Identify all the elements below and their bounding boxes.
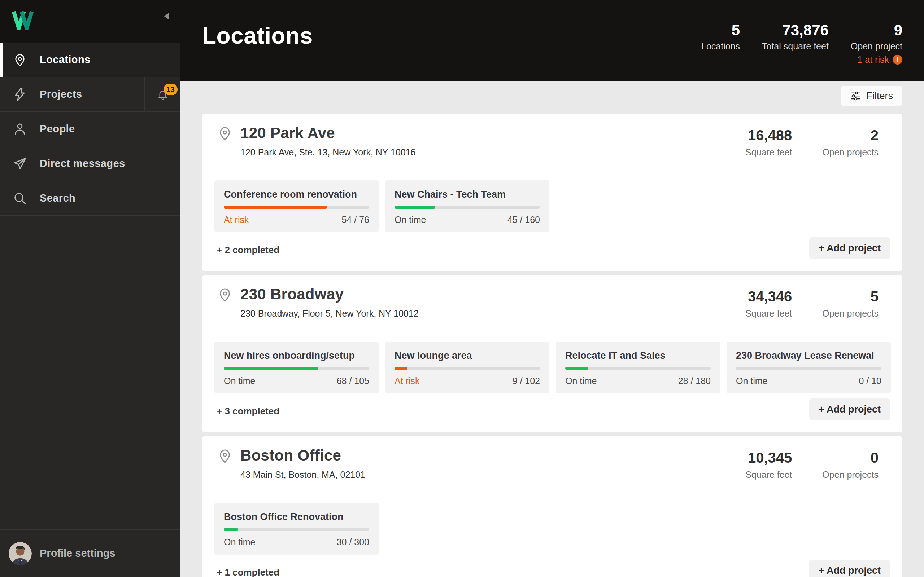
project-tile[interactable]: Relocate IT and Sales On time 28 / 180 — [556, 342, 720, 393]
alert-exclamation-icon: ! — [893, 55, 902, 64]
project-progress-count: 45 / 160 — [507, 214, 540, 225]
sidebar-item-locations[interactable]: Locations — [0, 43, 181, 77]
profile-settings-button[interactable]: Profile settings — [0, 529, 181, 577]
lightning-icon — [12, 87, 27, 102]
location-stats: 10,345 Square feet 0 Open projects — [745, 447, 890, 480]
location-address: 230 Broadway, Floor 5, New York, NY 1001… — [241, 308, 419, 319]
sidebar-item-label: Projects — [40, 89, 82, 100]
person-icon — [12, 121, 27, 137]
stat-locations: 5 Locations — [690, 23, 751, 65]
square-feet-label: Square feet — [745, 147, 792, 158]
at-risk-alert-text: 1 at risk — [857, 55, 889, 65]
project-tile-footer: On time 68 / 105 — [224, 376, 369, 386]
location-address: 120 Park Ave, Ste. 13, New York, NY 1001… — [241, 147, 416, 158]
location-open-projects: 2 Open projects — [822, 127, 879, 158]
completed-projects-link[interactable]: + 1 completed — [216, 567, 279, 577]
project-progress-count: 9 / 102 — [512, 376, 540, 386]
progress-bar — [224, 367, 369, 370]
stat-value: 5 — [701, 23, 740, 38]
location-address: 43 Main St, Boston, MA, 02101 — [241, 469, 365, 480]
progress-fill — [224, 206, 327, 209]
location-pin-icon — [12, 52, 27, 68]
progress-bar — [394, 367, 540, 370]
completed-projects-link[interactable]: + 2 completed — [216, 245, 279, 256]
project-tile[interactable]: Boston Office Renovation On time 30 / 30… — [215, 503, 379, 554]
location-square-feet: 10,345 Square feet — [745, 450, 792, 480]
project-status: On time — [394, 214, 426, 225]
location-square-feet: 16,488 Square feet — [745, 127, 792, 158]
add-project-button[interactable]: + Add project — [809, 237, 890, 259]
sidebar-item-search[interactable]: Search — [0, 181, 181, 216]
location-header: 120 Park Ave 120 Park Ave, Ste. 13, New … — [202, 114, 902, 158]
stat-open-projects: 9 Open project 1 at risk ! — [840, 23, 902, 65]
project-tile[interactable]: New hires onboarding/setup On time 68 / … — [215, 342, 379, 393]
open-projects-value: 0 — [822, 450, 879, 466]
project-status: At risk — [394, 376, 419, 386]
open-projects-label: Open projects — [822, 308, 879, 319]
sliders-icon — [850, 90, 861, 102]
add-project-button[interactable]: + Add project — [809, 560, 890, 577]
at-risk-alert: 1 at risk ! — [851, 55, 902, 65]
sidebar-collapse-icon[interactable] — [164, 13, 169, 19]
add-project-button[interactable]: + Add project — [809, 398, 890, 420]
project-progress-count: 0 / 10 — [859, 376, 881, 386]
notifications-button[interactable]: 13 — [144, 77, 181, 111]
location-names: Boston Office 43 Main St, Boston, MA, 02… — [241, 447, 365, 480]
project-tiles: New hires onboarding/setup On time 68 / … — [215, 342, 890, 393]
progress-bar — [224, 528, 369, 531]
project-tile-footer: On time 0 / 10 — [736, 376, 881, 386]
search-icon — [12, 191, 27, 206]
open-projects-value: 5 — [822, 288, 879, 305]
project-status: On time — [565, 376, 597, 386]
main-content: Filters 120 Park Ave 120 Park Ave, Ste. … — [181, 81, 924, 577]
location-pin-icon — [216, 448, 233, 464]
square-feet-value: 34,346 — [745, 288, 792, 305]
open-projects-value: 2 — [822, 127, 879, 143]
project-title: New hires onboarding/setup — [224, 350, 369, 361]
square-feet-label: Square feet — [745, 308, 792, 319]
square-feet-value: 16,488 — [745, 127, 792, 143]
location-square-feet: 34,346 Square feet — [745, 288, 792, 319]
project-tiles: Boston Office Renovation On time 30 / 30… — [215, 503, 890, 554]
project-tile-footer: At risk 54 / 76 — [224, 214, 369, 225]
project-tile[interactable]: New lounge area At risk 9 / 102 — [385, 342, 549, 393]
open-projects-label: Open projects — [822, 147, 879, 158]
filters-label: Filters — [867, 90, 893, 102]
sidebar-item-label: Direct messages — [40, 158, 125, 169]
location-pin-icon — [216, 286, 233, 303]
filters-button[interactable]: Filters — [841, 86, 903, 106]
progress-fill — [224, 367, 318, 370]
location-stats: 16,488 Square feet 2 Open projects — [745, 124, 890, 158]
stat-value: 9 — [851, 23, 902, 38]
project-tile[interactable]: New Chairs - Tech Team On time 45 / 160 — [385, 180, 549, 232]
progress-bar — [224, 206, 369, 209]
project-tile[interactable]: 230 Broadway Lease Renewal On time 0 / 1… — [727, 342, 891, 393]
sidebar-item-people[interactable]: People — [0, 112, 181, 147]
location-names: 230 Broadway 230 Broadway, Floor 5, New … — [241, 285, 419, 319]
location-names: 120 Park Ave 120 Park Ave, Ste. 13, New … — [241, 124, 416, 158]
topbar-stats: 5 Locations 73,876 Total square feet 9 O… — [690, 23, 902, 65]
progress-bar — [394, 206, 540, 209]
project-tile-footer: On time 30 / 300 — [224, 537, 369, 548]
project-title: Conference room renovation — [224, 189, 369, 200]
project-title: Relocate IT and Sales — [565, 350, 711, 361]
page-title: Locations — [202, 23, 313, 49]
project-tile-footer: On time 28 / 180 — [565, 376, 711, 386]
sidebar-item-direct-messages[interactable]: Direct messages — [0, 147, 181, 181]
location-card-boston-office: Boston Office 43 Main St, Boston, MA, 02… — [202, 436, 902, 577]
project-progress-count: 68 / 105 — [337, 376, 369, 386]
open-projects-label: Open projects — [822, 469, 879, 480]
location-name[interactable]: 230 Broadway — [241, 285, 419, 303]
progress-bar — [736, 367, 881, 370]
location-name[interactable]: Boston Office — [241, 447, 365, 464]
project-tile[interactable]: Conference room renovation At risk 54 / … — [215, 180, 379, 232]
sidebar-item-label: People — [40, 123, 75, 135]
progress-fill — [394, 367, 407, 370]
location-name[interactable]: 120 Park Ave — [241, 124, 416, 142]
stat-value: 73,876 — [762, 23, 829, 38]
project-progress-count: 28 / 180 — [678, 376, 711, 386]
progress-fill — [224, 528, 238, 531]
completed-projects-link[interactable]: + 3 completed — [216, 406, 279, 417]
sidebar-item-projects[interactable]: Projects 13 — [0, 77, 181, 112]
app-logo-w-icon — [11, 11, 35, 29]
